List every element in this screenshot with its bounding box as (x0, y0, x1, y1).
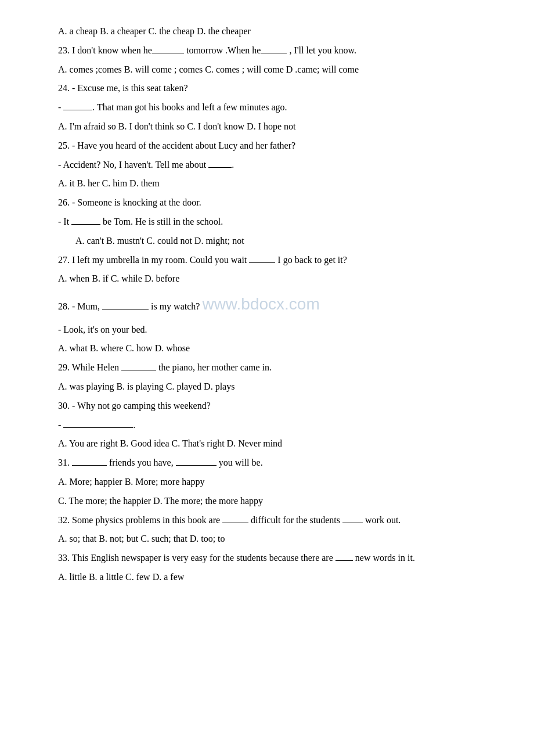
question-30: 30. - Why not go camping this weekend? (58, 398, 499, 415)
q30-options: A. You are right B. Good idea C. That's … (58, 435, 499, 452)
q24-options: A. I'm afraid so B. I don't think so C. … (58, 118, 499, 135)
question-32: 32. Some physics problems in this book a… (58, 512, 499, 529)
q33-options: A. little B. a little C. few D. a few (58, 569, 499, 586)
question-27: 27. I left my umbrella in my room. Could… (58, 252, 499, 269)
question-29: 29. While Helen the piano, her mother ca… (58, 359, 499, 376)
q31-options-cd: C. The more; the happier D. The more; th… (58, 493, 499, 510)
q25-response: - Accident? No, I haven't. Tell me about… (58, 157, 499, 174)
question-28: 28. - Mum, is my watch? www.bdocx.com (58, 290, 499, 319)
q31-options-ab: A. More; happier B. More; more happy (58, 474, 499, 491)
q27-options: A. when B. if C. while D. before (58, 271, 499, 287)
q32-options: A. so; that B. not; but C. such; that D.… (58, 531, 499, 548)
question-23: 23. I don't know when he tomorrow .When … (58, 42, 499, 59)
question-31: 31. friends you have, you will be. (58, 455, 499, 471)
document-content: A. a cheap B. a cheaper C. the cheap D. … (58, 23, 499, 586)
q29-options: A. was playing B. is playing C. played D… (58, 379, 499, 395)
q25-options: A. it B. her C. him D. them (58, 175, 499, 192)
q24-response: - . That man got his books and left a fe… (58, 99, 499, 116)
question-33: 33. This English newspaper is very easy … (58, 550, 499, 567)
q26-response: - It be Tom. He is still in the school. (58, 214, 499, 231)
question-26: 26. - Someone is knocking at the door. (58, 195, 499, 211)
watermark: www.bdocx.com (202, 295, 319, 313)
q28-options: A. what B. where C. how D. whose (58, 340, 499, 357)
q23-options: A. comes ;comes B. will come ; comes C. … (58, 62, 499, 78)
question-25: 25. - Have you heard of the accident abo… (58, 138, 499, 154)
line-a-cheap: A. a cheap B. a cheaper C. the cheap D. … (58, 23, 499, 40)
question-24: 24. - Excuse me, is this seat taken? (58, 80, 499, 97)
q28-response: - Look, it's on your bed. (58, 322, 499, 339)
q26-options: A. can't B. mustn't C. could not D. migh… (75, 233, 499, 250)
q30-response: - . (58, 417, 499, 434)
